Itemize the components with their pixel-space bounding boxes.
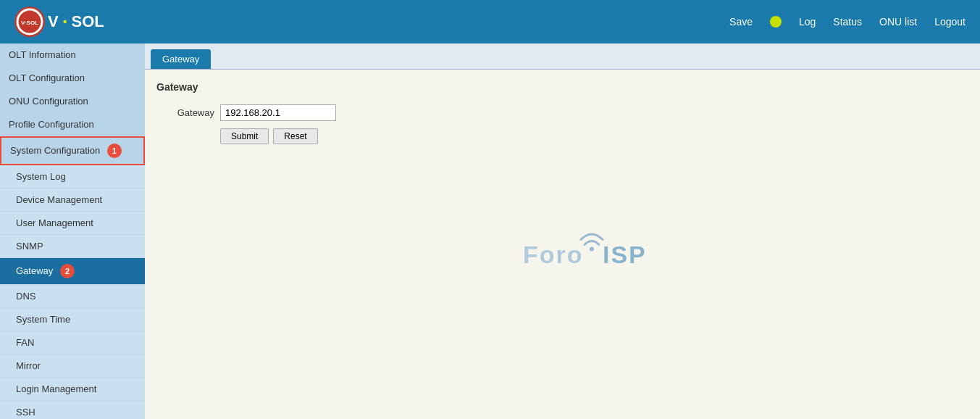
svg-point-3 <box>590 246 594 251</box>
sidebar-item-snmp[interactable]: SNMP <box>0 235 145 258</box>
sidebar-item-system-time[interactable]: System Time <box>0 308 145 331</box>
logo-area: V·SOL V · SOL <box>14 7 159 37</box>
sidebar-item-profile-config[interactable]: Profile Configuration <box>0 113 145 136</box>
sidebar-item-ssh[interactable]: SSH <box>0 401 145 419</box>
svg-text:Foro: Foro <box>523 240 584 267</box>
page-title: Gateway <box>156 81 968 93</box>
save-button[interactable]: Save <box>729 16 753 28</box>
sidebar-item-gateway[interactable]: Gateway 2 <box>0 258 145 285</box>
content-body: Gateway Gateway Submit Reset <box>145 70 980 156</box>
gateway-input[interactable] <box>220 104 336 121</box>
watermark: Foro ISP <box>519 225 664 275</box>
button-row: Submit Reset <box>220 128 968 144</box>
badge-2: 2 <box>60 264 75 278</box>
tab-gateway[interactable]: Gateway <box>151 49 211 69</box>
onu-list-button[interactable]: ONU list <box>879 16 917 28</box>
content-area: Gateway Gateway Gateway Submit Reset For… <box>145 43 980 419</box>
logo-text-v: V <box>48 12 59 31</box>
sidebar-item-fan[interactable]: FAN <box>0 331 145 354</box>
sidebar-item-system-log[interactable]: System Log <box>0 165 145 188</box>
logo-text-sol: SOL <box>71 12 104 31</box>
header: V·SOL V · SOL Save Log Status ONU list L… <box>0 0 980 43</box>
reset-button[interactable]: Reset <box>273 128 317 144</box>
sidebar-item-mirror[interactable]: Mirror <box>0 354 145 378</box>
sidebar-item-system-config[interactable]: System Configuration 1 <box>0 136 145 165</box>
status-button[interactable]: Status <box>833 16 862 28</box>
status-indicator <box>770 16 782 28</box>
svg-text:V·SOL: V·SOL <box>21 20 38 26</box>
logo: V·SOL V · SOL <box>14 7 104 37</box>
svg-text:ISP: ISP <box>603 240 647 267</box>
sidebar-item-olt-config[interactable]: OLT Configuration <box>0 67 145 90</box>
sidebar-item-user-mgmt[interactable]: User Management <box>0 212 145 235</box>
gateway-label: Gateway <box>156 107 214 118</box>
sidebar-item-login-mgmt[interactable]: Login Management <box>0 378 145 401</box>
tab-bar: Gateway <box>145 43 980 70</box>
sidebar: OLT Information OLT Configuration ONU Co… <box>0 43 145 419</box>
logout-button[interactable]: Logout <box>934 16 966 28</box>
sidebar-item-onu-config[interactable]: ONU Configuration <box>0 90 145 113</box>
sidebar-item-dns[interactable]: DNS <box>0 285 145 308</box>
badge-1: 1 <box>107 144 122 158</box>
sidebar-item-device-mgmt[interactable]: Device Management <box>0 188 145 212</box>
logo-dot: · <box>62 10 68 33</box>
gateway-form-row: Gateway <box>156 104 968 121</box>
header-nav: Save Log Status ONU list Logout <box>729 16 966 28</box>
sidebar-item-olt-info[interactable]: OLT Information <box>0 43 145 67</box>
log-button[interactable]: Log <box>799 16 816 28</box>
main-layout: OLT Information OLT Configuration ONU Co… <box>0 43 980 419</box>
logo-icon: V·SOL <box>14 7 45 37</box>
submit-button[interactable]: Submit <box>220 128 269 144</box>
